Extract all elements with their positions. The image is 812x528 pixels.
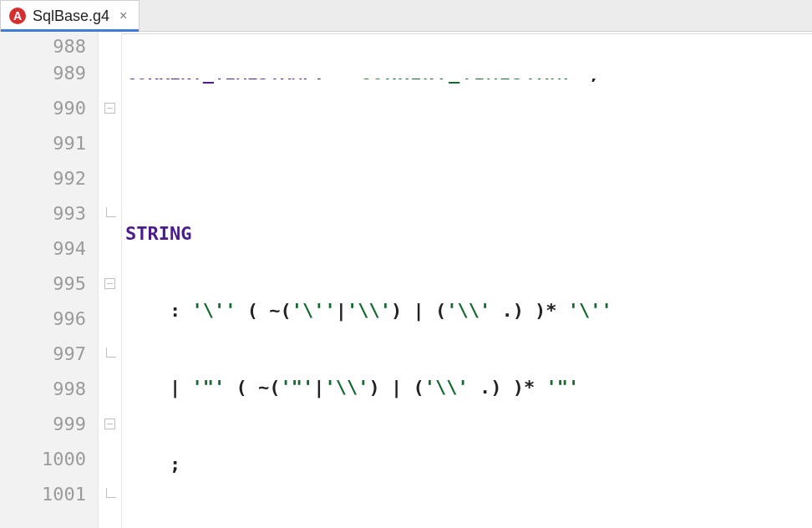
line-number: 991: [0, 125, 98, 160]
file-tab[interactable]: A SqlBase.g4 ×: [0, 0, 140, 31]
code-line[interactable]: STRING: [122, 216, 812, 251]
editor-pane: 988 989 990 991 992 993 994 995 996 997 …: [0, 32, 812, 528]
line-number: 998: [0, 371, 98, 406]
line-number: 994: [0, 231, 98, 266]
fold-toggle-icon[interactable]: [104, 278, 115, 289]
fold-end-icon: [106, 488, 116, 498]
tab-bar: A SqlBase.g4 ×: [0, 0, 812, 32]
line-number-gutter: 988 989 990 991 992 993 994 995 996 997 …: [0, 32, 99, 528]
fold-gutter: [99, 32, 122, 528]
fold-toggle-icon[interactable]: [104, 103, 115, 114]
line-number: 993: [0, 195, 98, 231]
line-number: 996: [0, 301, 98, 336]
rule-name: STRING: [125, 223, 191, 244]
line-number: 1000: [0, 441, 98, 476]
line-number: 989: [0, 55, 98, 90]
code-line[interactable]: [122, 139, 812, 174]
angular-file-icon: A: [9, 8, 26, 24]
code-line[interactable]: | '"' ( ~('"'|'\\') | ('\\' .) )* '"': [122, 369, 812, 404]
code-line[interactable]: : '\'' ( ~('\''|'\\') | ('\\' .) )* '\'': [122, 292, 812, 327]
line-number: 988: [0, 37, 98, 55]
code-line[interactable]: [122, 523, 812, 528]
code-line[interactable]: ;: [122, 446, 812, 481]
line-number: 999: [0, 406, 98, 441]
tab-filename: SqlBase.g4: [33, 8, 109, 25]
line-number: 990: [0, 90, 98, 125]
line-number: 995: [0, 266, 98, 301]
line-number: 1001: [0, 476, 98, 511]
fold-toggle-icon[interactable]: [104, 419, 115, 429]
code-line[interactable]: CURRENT_TIMESTAMP: 'CURRENT_TIMESTAMP';: [122, 79, 812, 97]
fold-end-icon: [106, 207, 116, 217]
close-icon[interactable]: ×: [119, 8, 127, 23]
fold-end-icon: [106, 348, 116, 358]
viewport-cut-line: [122, 33, 812, 34]
code-area[interactable]: CURRENT_TIMESTAMP: 'CURRENT_TIMESTAMP'; …: [122, 32, 812, 528]
line-number: 992: [0, 160, 98, 195]
line-number: 997: [0, 336, 98, 371]
